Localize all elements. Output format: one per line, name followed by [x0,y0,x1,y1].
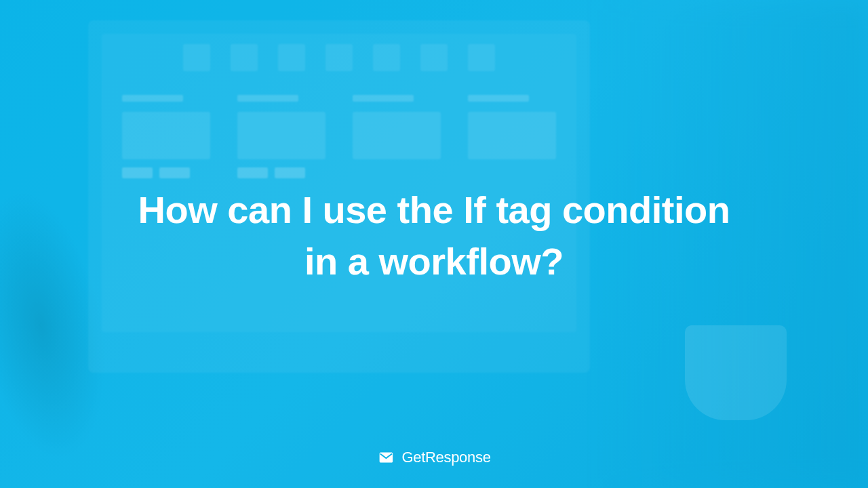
brand-name: GetResponse [401,449,490,466]
envelope-icon [377,449,395,466]
title-line-2: in a workflow? [304,240,564,283]
brand-logo: GetResponse [377,449,490,466]
title-line-1: How can I use the If tag condition [138,188,730,231]
page-title: How can I use the If tag condition in a … [43,184,825,287]
